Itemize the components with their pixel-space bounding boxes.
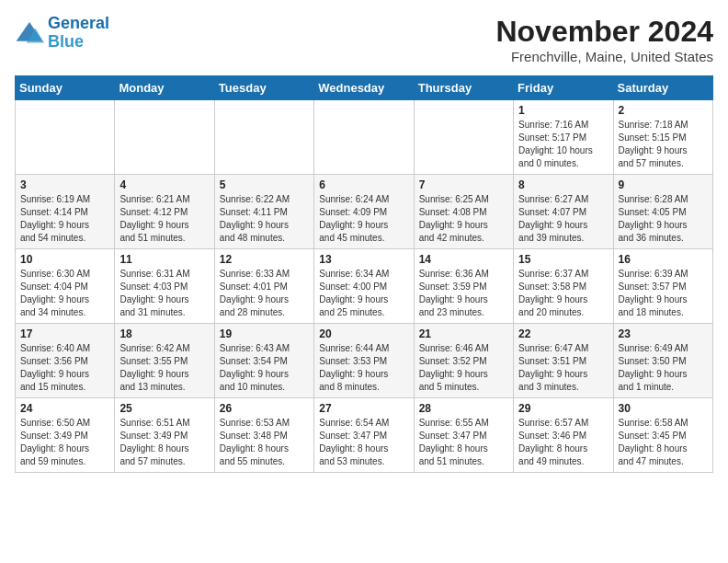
day-number: 25 (119, 402, 209, 415)
day-info: Sunrise: 6:55 AM Sunset: 3:47 PM Dayligh… (419, 417, 508, 468)
day-info: Sunrise: 6:34 AM Sunset: 4:00 PM Dayligh… (319, 268, 408, 319)
calendar-cell: 14Sunrise: 6:36 AM Sunset: 3:59 PM Dayli… (414, 249, 513, 324)
calendar-cell: 11Sunrise: 6:31 AM Sunset: 4:03 PM Dayli… (115, 249, 214, 324)
day-info: Sunrise: 6:50 AM Sunset: 3:49 PM Dayligh… (20, 417, 109, 468)
day-number: 16 (619, 253, 708, 266)
day-number: 13 (319, 253, 408, 266)
dow-header: Friday (514, 76, 613, 100)
calendar-cell: 18Sunrise: 6:42 AM Sunset: 3:55 PM Dayli… (115, 324, 214, 398)
day-info: Sunrise: 6:21 AM Sunset: 4:12 PM Dayligh… (119, 193, 209, 245)
day-info: Sunrise: 6:49 AM Sunset: 3:50 PM Dayligh… (619, 342, 708, 394)
day-number: 11 (119, 253, 209, 266)
day-number: 20 (319, 327, 408, 340)
day-number: 22 (518, 327, 608, 340)
day-number: 14 (419, 253, 508, 266)
title-block: November 2024 Frenchville, Maine, United… (495, 15, 713, 64)
day-info: Sunrise: 6:42 AM Sunset: 3:55 PM Dayligh… (119, 342, 209, 394)
day-number: 21 (419, 327, 508, 340)
day-info: Sunrise: 6:28 AM Sunset: 4:05 PM Dayligh… (619, 193, 708, 245)
calendar-table: SundayMondayTuesdayWednesdayThursdayFrid… (15, 75, 713, 473)
day-info: Sunrise: 6:27 AM Sunset: 4:07 PM Dayligh… (518, 193, 608, 245)
day-info: Sunrise: 6:46 AM Sunset: 3:52 PM Dayligh… (419, 342, 508, 394)
calendar-cell: 3Sunrise: 6:19 AM Sunset: 4:14 PM Daylig… (16, 175, 115, 249)
dow-header: Tuesday (214, 76, 313, 100)
calendar-cell: 10Sunrise: 6:30 AM Sunset: 4:04 PM Dayli… (16, 249, 115, 324)
day-number: 6 (319, 178, 408, 191)
day-number: 7 (419, 178, 508, 191)
calendar-week: 24Sunrise: 6:50 AM Sunset: 3:49 PM Dayli… (16, 398, 713, 473)
calendar-cell: 29Sunrise: 6:57 AM Sunset: 3:46 PM Dayli… (514, 398, 613, 473)
location: Frenchville, Maine, United States (495, 49, 713, 64)
dow-header: Thursday (414, 76, 513, 100)
day-number: 15 (518, 253, 608, 266)
calendar-cell: 8Sunrise: 6:27 AM Sunset: 4:07 PM Daylig… (514, 175, 613, 249)
calendar-cell: 21Sunrise: 6:46 AM Sunset: 3:52 PM Dayli… (414, 324, 513, 398)
calendar-cell: 13Sunrise: 6:34 AM Sunset: 4:00 PM Dayli… (314, 249, 414, 324)
day-number: 4 (119, 178, 209, 191)
calendar-cell: 19Sunrise: 6:43 AM Sunset: 3:54 PM Dayli… (214, 324, 313, 398)
day-number: 19 (220, 327, 309, 340)
day-info: Sunrise: 6:19 AM Sunset: 4:14 PM Dayligh… (20, 193, 109, 245)
day-number: 5 (220, 178, 309, 191)
day-info: Sunrise: 6:40 AM Sunset: 3:56 PM Dayligh… (20, 342, 109, 394)
day-info: Sunrise: 7:16 AM Sunset: 5:17 PM Dayligh… (518, 119, 608, 170)
day-info: Sunrise: 6:30 AM Sunset: 4:04 PM Dayligh… (20, 268, 109, 319)
day-info: Sunrise: 6:25 AM Sunset: 4:08 PM Dayligh… (419, 193, 508, 245)
calendar-week: 17Sunrise: 6:40 AM Sunset: 3:56 PM Dayli… (16, 324, 713, 398)
calendar-cell: 2Sunrise: 7:18 AM Sunset: 5:15 PM Daylig… (613, 100, 712, 175)
calendar-cell: 28Sunrise: 6:55 AM Sunset: 3:47 PM Dayli… (414, 398, 513, 473)
day-number: 26 (220, 402, 309, 415)
logo-icon (15, 20, 44, 46)
day-number: 8 (518, 178, 608, 191)
calendar-cell: 26Sunrise: 6:53 AM Sunset: 3:48 PM Dayli… (214, 398, 313, 473)
calendar-cell (314, 100, 414, 175)
calendar-cell: 27Sunrise: 6:54 AM Sunset: 3:47 PM Dayli… (314, 398, 414, 473)
day-info: Sunrise: 6:54 AM Sunset: 3:47 PM Dayligh… (319, 417, 408, 468)
dow-header: Monday (115, 76, 214, 100)
day-info: Sunrise: 6:58 AM Sunset: 3:45 PM Dayligh… (619, 417, 708, 468)
day-info: Sunrise: 6:33 AM Sunset: 4:01 PM Dayligh… (220, 268, 309, 319)
calendar-cell (16, 100, 115, 175)
calendar-week: 1Sunrise: 7:16 AM Sunset: 5:17 PM Daylig… (16, 100, 713, 175)
day-info: Sunrise: 6:51 AM Sunset: 3:49 PM Dayligh… (119, 417, 209, 468)
day-info: Sunrise: 6:53 AM Sunset: 3:48 PM Dayligh… (220, 417, 309, 468)
calendar-cell: 1Sunrise: 7:16 AM Sunset: 5:17 PM Daylig… (514, 100, 613, 175)
calendar-cell: 15Sunrise: 6:37 AM Sunset: 3:58 PM Dayli… (514, 249, 613, 324)
calendar-cell (115, 100, 214, 175)
day-info: Sunrise: 7:18 AM Sunset: 5:15 PM Dayligh… (619, 119, 708, 170)
day-number: 12 (220, 253, 309, 266)
day-info: Sunrise: 6:39 AM Sunset: 3:57 PM Dayligh… (619, 268, 708, 319)
calendar-week: 10Sunrise: 6:30 AM Sunset: 4:04 PM Dayli… (16, 249, 713, 324)
day-number: 10 (20, 253, 109, 266)
calendar-cell: 6Sunrise: 6:24 AM Sunset: 4:09 PM Daylig… (314, 175, 414, 249)
day-info: Sunrise: 6:57 AM Sunset: 3:46 PM Dayligh… (518, 417, 608, 468)
calendar-cell: 22Sunrise: 6:47 AM Sunset: 3:51 PM Dayli… (514, 324, 613, 398)
day-number: 2 (619, 104, 708, 117)
dow-header: Sunday (16, 76, 115, 100)
calendar-cell: 16Sunrise: 6:39 AM Sunset: 3:57 PM Dayli… (613, 249, 712, 324)
calendar-cell: 17Sunrise: 6:40 AM Sunset: 3:56 PM Dayli… (16, 324, 115, 398)
day-number: 17 (20, 327, 109, 340)
calendar-cell (214, 100, 313, 175)
calendar-cell: 9Sunrise: 6:28 AM Sunset: 4:05 PM Daylig… (613, 175, 712, 249)
dow-header: Wednesday (314, 76, 414, 100)
calendar-cell: 20Sunrise: 6:44 AM Sunset: 3:53 PM Dayli… (314, 324, 414, 398)
logo-text: General Blue (48, 15, 109, 52)
calendar-cell: 7Sunrise: 6:25 AM Sunset: 4:08 PM Daylig… (414, 175, 513, 249)
day-info: Sunrise: 6:22 AM Sunset: 4:11 PM Dayligh… (220, 193, 309, 245)
day-info: Sunrise: 6:24 AM Sunset: 4:09 PM Dayligh… (319, 193, 408, 245)
day-number: 3 (20, 178, 109, 191)
calendar-cell: 23Sunrise: 6:49 AM Sunset: 3:50 PM Dayli… (613, 324, 712, 398)
day-number: 27 (319, 402, 408, 415)
day-info: Sunrise: 6:36 AM Sunset: 3:59 PM Dayligh… (419, 268, 508, 319)
day-number: 9 (619, 178, 708, 191)
calendar-cell: 4Sunrise: 6:21 AM Sunset: 4:12 PM Daylig… (115, 175, 214, 249)
day-info: Sunrise: 6:31 AM Sunset: 4:03 PM Dayligh… (119, 268, 209, 319)
calendar-cell: 24Sunrise: 6:50 AM Sunset: 3:49 PM Dayli… (16, 398, 115, 473)
calendar-cell: 25Sunrise: 6:51 AM Sunset: 3:49 PM Dayli… (115, 398, 214, 473)
calendar-cell: 5Sunrise: 6:22 AM Sunset: 4:11 PM Daylig… (214, 175, 313, 249)
day-number: 23 (619, 327, 708, 340)
calendar-cell (414, 100, 513, 175)
day-info: Sunrise: 6:47 AM Sunset: 3:51 PM Dayligh… (518, 342, 608, 394)
day-info: Sunrise: 6:44 AM Sunset: 3:53 PM Dayligh… (319, 342, 408, 394)
